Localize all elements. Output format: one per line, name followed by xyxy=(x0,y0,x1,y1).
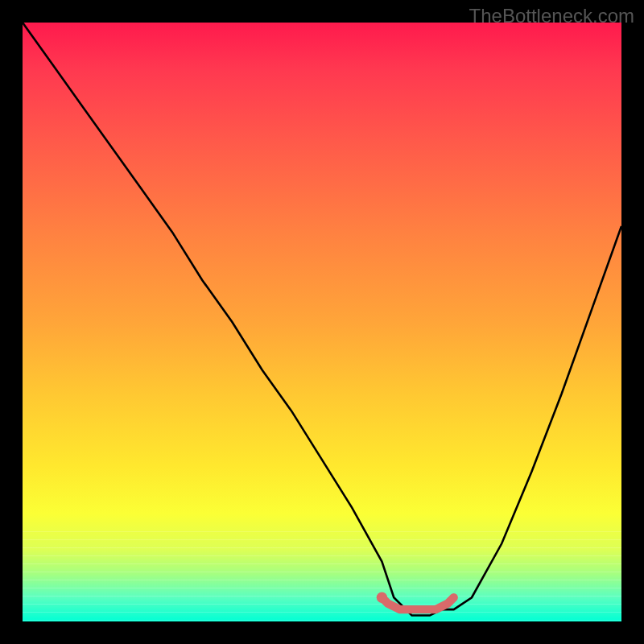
chart-svg xyxy=(23,23,621,621)
chart-marker-dot xyxy=(377,592,387,603)
chart-plot-area xyxy=(23,23,621,621)
chart-curve-line xyxy=(23,23,621,616)
chart-marker-band xyxy=(382,597,453,609)
watermark-text: TheBottleneck.com xyxy=(469,5,634,27)
